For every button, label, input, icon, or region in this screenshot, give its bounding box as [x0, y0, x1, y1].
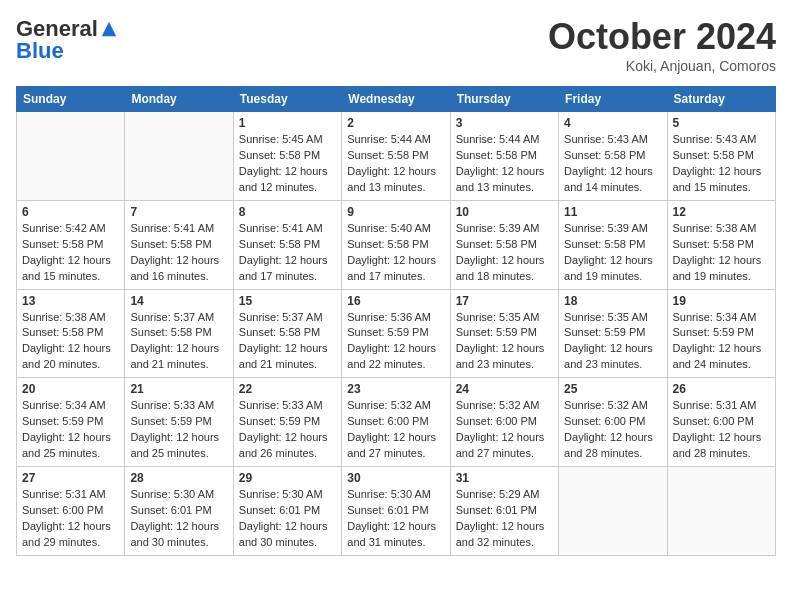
sunrise-text: Sunrise: 5:31 AM	[673, 399, 757, 411]
day-info: Sunrise: 5:43 AMSunset: 5:58 PMDaylight:…	[564, 132, 661, 196]
sunset-text: Sunset: 5:58 PM	[239, 149, 320, 161]
page-header: General Blue October 2024 Koki, Anjouan,…	[16, 16, 776, 74]
daylight-text: Daylight: 12 hours and 21 minutes.	[130, 342, 219, 370]
day-number: 28	[130, 471, 227, 485]
sunset-text: Sunset: 5:58 PM	[347, 149, 428, 161]
day-info: Sunrise: 5:35 AMSunset: 5:59 PMDaylight:…	[564, 310, 661, 374]
daylight-text: Daylight: 12 hours and 18 minutes.	[456, 254, 545, 282]
calendar-day-cell: 25Sunrise: 5:32 AMSunset: 6:00 PMDayligh…	[559, 378, 667, 467]
day-info: Sunrise: 5:32 AMSunset: 6:00 PMDaylight:…	[564, 398, 661, 462]
title-block: October 2024 Koki, Anjouan, Comoros	[548, 16, 776, 74]
day-info: Sunrise: 5:44 AMSunset: 5:58 PMDaylight:…	[347, 132, 444, 196]
sunrise-text: Sunrise: 5:39 AM	[456, 222, 540, 234]
sunrise-text: Sunrise: 5:43 AM	[673, 133, 757, 145]
sunrise-text: Sunrise: 5:45 AM	[239, 133, 323, 145]
day-of-week-header: Wednesday	[342, 87, 450, 112]
day-number: 21	[130, 382, 227, 396]
sunset-text: Sunset: 6:00 PM	[564, 415, 645, 427]
day-number: 10	[456, 205, 553, 219]
day-number: 11	[564, 205, 661, 219]
sunrise-text: Sunrise: 5:38 AM	[22, 311, 106, 323]
sunset-text: Sunset: 5:58 PM	[564, 149, 645, 161]
sunset-text: Sunset: 6:00 PM	[22, 504, 103, 516]
day-info: Sunrise: 5:41 AMSunset: 5:58 PMDaylight:…	[239, 221, 336, 285]
daylight-text: Daylight: 12 hours and 32 minutes.	[456, 520, 545, 548]
calendar-day-cell: 2Sunrise: 5:44 AMSunset: 5:58 PMDaylight…	[342, 112, 450, 201]
calendar-day-cell: 13Sunrise: 5:38 AMSunset: 5:58 PMDayligh…	[17, 289, 125, 378]
daylight-text: Daylight: 12 hours and 28 minutes.	[564, 431, 653, 459]
calendar-week-row: 27Sunrise: 5:31 AMSunset: 6:00 PMDayligh…	[17, 467, 776, 556]
day-number: 16	[347, 294, 444, 308]
logo-icon	[100, 20, 118, 38]
day-of-week-header: Tuesday	[233, 87, 341, 112]
day-info: Sunrise: 5:44 AMSunset: 5:58 PMDaylight:…	[456, 132, 553, 196]
sunrise-text: Sunrise: 5:44 AM	[456, 133, 540, 145]
sunset-text: Sunset: 5:58 PM	[22, 326, 103, 338]
logo-blue-text: Blue	[16, 38, 64, 64]
daylight-text: Daylight: 12 hours and 15 minutes.	[673, 165, 762, 193]
sunset-text: Sunset: 6:01 PM	[347, 504, 428, 516]
daylight-text: Daylight: 12 hours and 19 minutes.	[673, 254, 762, 282]
day-info: Sunrise: 5:34 AMSunset: 5:59 PMDaylight:…	[22, 398, 119, 462]
day-info: Sunrise: 5:43 AMSunset: 5:58 PMDaylight:…	[673, 132, 770, 196]
calendar-day-cell: 7Sunrise: 5:41 AMSunset: 5:58 PMDaylight…	[125, 200, 233, 289]
day-number: 17	[456, 294, 553, 308]
day-number: 22	[239, 382, 336, 396]
day-number: 4	[564, 116, 661, 130]
sunset-text: Sunset: 5:58 PM	[564, 238, 645, 250]
day-number: 1	[239, 116, 336, 130]
day-number: 30	[347, 471, 444, 485]
sunrise-text: Sunrise: 5:41 AM	[130, 222, 214, 234]
day-info: Sunrise: 5:38 AMSunset: 5:58 PMDaylight:…	[673, 221, 770, 285]
day-number: 14	[130, 294, 227, 308]
calendar-day-cell: 23Sunrise: 5:32 AMSunset: 6:00 PMDayligh…	[342, 378, 450, 467]
calendar-day-cell: 6Sunrise: 5:42 AMSunset: 5:58 PMDaylight…	[17, 200, 125, 289]
sunrise-text: Sunrise: 5:33 AM	[130, 399, 214, 411]
day-number: 9	[347, 205, 444, 219]
sunset-text: Sunset: 6:01 PM	[456, 504, 537, 516]
sunrise-text: Sunrise: 5:39 AM	[564, 222, 648, 234]
daylight-text: Daylight: 12 hours and 20 minutes.	[22, 342, 111, 370]
calendar-week-row: 20Sunrise: 5:34 AMSunset: 5:59 PMDayligh…	[17, 378, 776, 467]
daylight-text: Daylight: 12 hours and 12 minutes.	[239, 165, 328, 193]
calendar-day-cell: 28Sunrise: 5:30 AMSunset: 6:01 PMDayligh…	[125, 467, 233, 556]
sunrise-text: Sunrise: 5:35 AM	[456, 311, 540, 323]
calendar-day-cell: 15Sunrise: 5:37 AMSunset: 5:58 PMDayligh…	[233, 289, 341, 378]
daylight-text: Daylight: 12 hours and 30 minutes.	[239, 520, 328, 548]
calendar-day-cell: 20Sunrise: 5:34 AMSunset: 5:59 PMDayligh…	[17, 378, 125, 467]
daylight-text: Daylight: 12 hours and 30 minutes.	[130, 520, 219, 548]
day-of-week-header: Monday	[125, 87, 233, 112]
sunset-text: Sunset: 5:58 PM	[673, 238, 754, 250]
calendar-day-cell: 30Sunrise: 5:30 AMSunset: 6:01 PMDayligh…	[342, 467, 450, 556]
calendar-day-cell: 11Sunrise: 5:39 AMSunset: 5:58 PMDayligh…	[559, 200, 667, 289]
calendar-day-cell: 14Sunrise: 5:37 AMSunset: 5:58 PMDayligh…	[125, 289, 233, 378]
sunrise-text: Sunrise: 5:37 AM	[239, 311, 323, 323]
daylight-text: Daylight: 12 hours and 26 minutes.	[239, 431, 328, 459]
sunset-text: Sunset: 5:58 PM	[22, 238, 103, 250]
daylight-text: Daylight: 12 hours and 27 minutes.	[456, 431, 545, 459]
daylight-text: Daylight: 12 hours and 15 minutes.	[22, 254, 111, 282]
daylight-text: Daylight: 12 hours and 23 minutes.	[456, 342, 545, 370]
day-info: Sunrise: 5:33 AMSunset: 5:59 PMDaylight:…	[130, 398, 227, 462]
day-of-week-header: Sunday	[17, 87, 125, 112]
sunset-text: Sunset: 5:58 PM	[130, 326, 211, 338]
sunrise-text: Sunrise: 5:43 AM	[564, 133, 648, 145]
calendar-day-cell: 18Sunrise: 5:35 AMSunset: 5:59 PMDayligh…	[559, 289, 667, 378]
day-info: Sunrise: 5:37 AMSunset: 5:58 PMDaylight:…	[130, 310, 227, 374]
sunset-text: Sunset: 5:58 PM	[130, 238, 211, 250]
day-info: Sunrise: 5:35 AMSunset: 5:59 PMDaylight:…	[456, 310, 553, 374]
daylight-text: Daylight: 12 hours and 29 minutes.	[22, 520, 111, 548]
sunrise-text: Sunrise: 5:30 AM	[347, 488, 431, 500]
sunset-text: Sunset: 6:01 PM	[130, 504, 211, 516]
sunset-text: Sunset: 5:59 PM	[456, 326, 537, 338]
day-number: 19	[673, 294, 770, 308]
day-info: Sunrise: 5:33 AMSunset: 5:59 PMDaylight:…	[239, 398, 336, 462]
sunset-text: Sunset: 5:58 PM	[347, 238, 428, 250]
day-number: 20	[22, 382, 119, 396]
day-number: 6	[22, 205, 119, 219]
sunrise-text: Sunrise: 5:44 AM	[347, 133, 431, 145]
sunset-text: Sunset: 5:59 PM	[130, 415, 211, 427]
sunrise-text: Sunrise: 5:36 AM	[347, 311, 431, 323]
sunrise-text: Sunrise: 5:34 AM	[673, 311, 757, 323]
calendar-day-cell: 26Sunrise: 5:31 AMSunset: 6:00 PMDayligh…	[667, 378, 775, 467]
